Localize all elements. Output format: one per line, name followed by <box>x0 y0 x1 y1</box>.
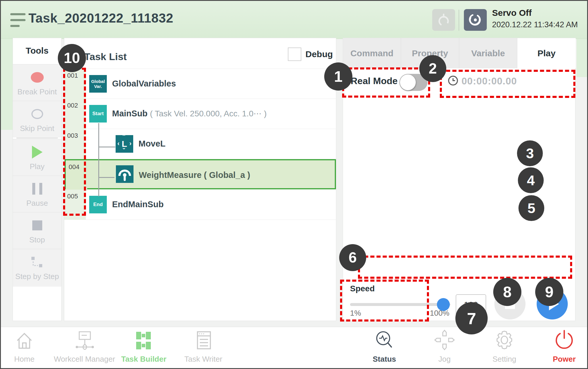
annotation-rect-timer <box>440 70 575 98</box>
stop-icon <box>13 218 61 233</box>
play-icon <box>13 144 61 160</box>
annotation-badge-4: 4 <box>518 167 544 193</box>
global-var-icon: Global Var. <box>89 75 107 93</box>
tab-variable[interactable]: Variable <box>459 38 517 68</box>
weightmeasure-icon <box>116 165 134 183</box>
task-builder-icon <box>114 327 173 352</box>
break-point-icon <box>13 70 61 85</box>
skip-point-button[interactable]: Skip Point <box>13 101 61 137</box>
annotation-rect-view-buttons <box>358 256 572 279</box>
pause-icon <box>13 181 61 196</box>
status-icon <box>355 327 414 352</box>
row-label: WeightMeasure ( Global_a ) <box>139 170 250 180</box>
setting-gear-icon <box>475 327 534 352</box>
annotation-badge-1: 1 <box>324 62 352 91</box>
task-list-panel: Task List Debug 001 Global Var. GlobalVa… <box>64 38 336 321</box>
row-label: MainSub ( Task Vel. 250.000, Acc. 1.0⋯ ) <box>112 109 267 118</box>
end-icon: End <box>89 196 107 213</box>
background-strip-right <box>577 39 588 77</box>
nav-home[interactable]: Home <box>0 327 54 369</box>
bottom-navigation: Home Workcell Manager <box>1 327 588 369</box>
annotation-rect-speed <box>340 280 429 322</box>
nav-status[interactable]: Status <box>355 327 414 369</box>
annotation-badge-10: 10 <box>58 44 86 72</box>
step-by-step-button[interactable]: Step by Step <box>13 249 61 287</box>
row-sub-label: ( Task Vel. 250.000, Acc. 1.0⋯ ) <box>150 109 267 118</box>
workcell-manager-icon <box>49 327 120 352</box>
row-label: EndMainSub <box>112 200 164 209</box>
task-list-title: Task List <box>84 51 127 62</box>
nav-power[interactable]: Power <box>535 327 588 369</box>
tree-connector-row3 <box>98 147 115 147</box>
servo-status: Servo Off <box>492 8 532 18</box>
break-point-button[interactable]: Break Point <box>13 64 61 101</box>
power-icon <box>535 327 588 352</box>
row-label: MoveL <box>138 139 165 149</box>
row-label: GlobalVariables <box>112 79 176 89</box>
annotation-badge-9: 9 <box>535 278 563 306</box>
tools-sidebar: Tools Break Point Skip Point Play <box>13 38 62 321</box>
annotation-rect-line-numbers <box>63 68 86 216</box>
annotation-badge-3: 3 <box>517 140 543 166</box>
annotation-badge-8: 8 <box>493 278 521 306</box>
task-row-globalvariables[interactable]: 001 Global Var. GlobalVariables <box>64 69 336 99</box>
page-title: Task_20201222_111832 <box>28 11 173 25</box>
robot-mode-button[interactable] <box>464 9 487 31</box>
debug-label: Debug <box>305 49 333 59</box>
header-divider <box>459 10 459 31</box>
start-icon: Start <box>89 105 107 123</box>
app-window: Task_20201222_111832 Servo Off 2020.12.2… <box>0 0 588 369</box>
annotation-badge-6: 6 <box>339 244 366 271</box>
speed-slider-knob[interactable] <box>437 298 450 311</box>
background-strip-left <box>1 39 13 130</box>
debug-checkbox[interactable] <box>288 47 301 61</box>
robot-swirl-icon <box>464 9 487 31</box>
tab-play[interactable]: Play <box>517 38 576 68</box>
stop-button[interactable]: Stop <box>13 212 61 249</box>
task-row-movel[interactable]: 003 ‹ › ˆ ˇ L MoveL <box>64 129 336 159</box>
nav-setting[interactable]: Setting <box>475 327 534 369</box>
nav-workcell-manager[interactable]: Workcell Manager <box>49 327 120 369</box>
annotation-badge-2: 2 <box>419 55 446 82</box>
nav-task-writer[interactable]: Task Writer <box>174 327 233 369</box>
play-button[interactable]: Play <box>13 139 61 176</box>
nav-task-builder[interactable]: Task Builder <box>114 327 173 369</box>
gripper-tool-button[interactable] <box>432 9 455 31</box>
skip-point-icon <box>13 106 61 122</box>
annotation-badge-7: 7 <box>455 302 488 334</box>
tools-title: Tools <box>13 38 61 56</box>
tools-divider <box>16 138 58 138</box>
annotation-badge-5: 5 <box>518 195 544 221</box>
gripper-icon <box>432 9 455 31</box>
movel-icon: ‹ › ˆ ˇ L <box>116 135 133 153</box>
hamburger-menu-icon[interactable] <box>10 13 26 27</box>
task-row-mainsub[interactable]: 002 Start MainSub ( Task Vel. 250.000, A… <box>64 99 336 129</box>
tree-connector-row4 <box>98 177 114 178</box>
header-datetime: 2020.12.22 11:34:42 AM <box>492 20 578 29</box>
task-writer-icon <box>174 327 233 352</box>
home-icon <box>0 327 54 352</box>
task-row-weightmeasure-selected[interactable]: 004 WeightMeasure ( Global_a ) <box>65 159 336 189</box>
tab-command[interactable]: Command <box>343 38 401 68</box>
task-row-endmainsub[interactable]: 005 End EndMainSub <box>64 190 336 220</box>
tree-connector-vertical <box>98 123 99 196</box>
step-by-step-icon <box>13 254 61 270</box>
pause-button[interactable]: Pause <box>13 176 61 212</box>
annotation-rect-real-mode <box>342 67 430 98</box>
nav-jog[interactable]: Jog <box>415 327 474 369</box>
